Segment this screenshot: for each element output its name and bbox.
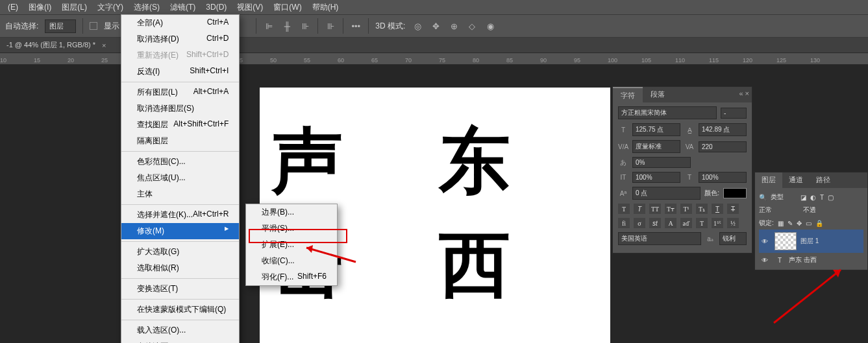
ot-half[interactable]: ½ xyxy=(727,218,739,228)
baseline-field[interactable]: 0 点 xyxy=(632,187,701,200)
3d-pan-icon[interactable]: ✥ xyxy=(430,20,441,32)
ot-1st[interactable]: 1ˢᵗ xyxy=(712,218,723,228)
menu-item[interactable]: 变换选区(T) xyxy=(121,281,239,297)
menu-item[interactable]: 存储选区(V)... xyxy=(121,338,239,343)
italic-button[interactable]: T xyxy=(634,204,645,214)
smallcaps-button[interactable]: Tᴛ xyxy=(665,204,676,214)
hscale-field[interactable]: 100% xyxy=(699,172,747,183)
menu-item[interactable]: 取消选择(D)Ctrl+D xyxy=(121,31,239,47)
allcaps-button[interactable]: TT xyxy=(649,204,661,214)
3d-orbit-icon[interactable]: ◎ xyxy=(412,20,423,32)
ot-A[interactable]: A xyxy=(665,218,676,228)
antialias-field[interactable]: 锐利 xyxy=(719,232,747,245)
tracking-field[interactable]: 220 xyxy=(699,141,747,152)
tab-channels[interactable]: 通道 xyxy=(782,172,810,188)
layer-row[interactable]: 👁 图层 1 xyxy=(759,230,863,253)
tab-paths[interactable]: 路径 xyxy=(810,172,837,188)
filter-text-icon[interactable]: T xyxy=(820,194,824,201)
menu-item[interactable]: 平滑(S)... xyxy=(246,220,337,237)
menu-item[interactable]: 焦点区域(U)... xyxy=(121,170,239,186)
menu-item[interactable]: 边界(B)... xyxy=(246,204,337,220)
menu-item[interactable]: 重新选择(E)Shift+Ctrl+D xyxy=(121,47,239,64)
scale-field[interactable]: 0% xyxy=(632,157,691,168)
lock-artboard-icon[interactable]: ▭ xyxy=(806,220,812,227)
align-icon[interactable]: ╫ xyxy=(281,20,293,32)
lock-trans-icon[interactable]: ▦ xyxy=(778,220,784,227)
distribute-icon[interactable]: ⊪ xyxy=(325,20,336,32)
menu-item[interactable]: 反选(I)Shift+Ctrl+I xyxy=(121,64,239,80)
align-icon[interactable]: ⊫ xyxy=(263,20,275,32)
font-family-field[interactable]: 方正粗黑宋简体 xyxy=(618,106,717,119)
menu-view[interactable]: 视图(V) xyxy=(232,0,268,15)
tab-layers[interactable]: 图层 xyxy=(755,172,782,188)
ot-ad[interactable]: aď xyxy=(680,218,692,228)
vscale-field[interactable]: 100% xyxy=(632,172,680,183)
menu-item[interactable]: 色彩范围(C)... xyxy=(121,154,239,170)
menu-filter[interactable]: 滤镜(T) xyxy=(165,0,201,15)
menu-item[interactable]: 在快速蒙版模式下编辑(Q) xyxy=(121,302,239,318)
lock-pos-icon[interactable]: ✥ xyxy=(797,220,802,227)
tab-character[interactable]: 字符 xyxy=(613,87,643,102)
lock-all-icon[interactable]: 🔒 xyxy=(815,220,823,227)
lock-paint-icon[interactable]: ✎ xyxy=(787,220,793,227)
menu-edit[interactable]: (E) xyxy=(3,1,23,14)
filter-adj-icon[interactable]: ◐ xyxy=(810,194,816,201)
layer-row[interactable]: 👁 T 声东 击西 xyxy=(759,253,863,267)
subscript-button[interactable]: T₁ xyxy=(696,204,708,214)
menu-help[interactable]: 帮助(H) xyxy=(307,0,344,15)
menu-item[interactable]: 收缩(C)... xyxy=(246,253,337,269)
ot-sigma[interactable]: σ xyxy=(634,218,645,228)
show-transform-checkbox[interactable] xyxy=(90,22,97,30)
ot-fi[interactable]: fi xyxy=(618,218,630,228)
ot-T[interactable]: T xyxy=(696,218,708,228)
menu-item[interactable]: 选取相似(R) xyxy=(121,260,239,276)
blend-mode-combo[interactable]: 正常 xyxy=(759,206,799,215)
text-color-swatch[interactable] xyxy=(723,188,747,198)
underline-button[interactable]: T xyxy=(712,204,723,214)
more-icon[interactable]: ••• xyxy=(350,20,362,32)
menu-item[interactable]: 扩展(E)... xyxy=(246,237,337,253)
aa-icon: aₐ xyxy=(705,235,715,242)
3d-light-icon[interactable]: ◉ xyxy=(484,20,496,32)
menu-image[interactable]: 图像(I) xyxy=(23,0,56,15)
menu-window[interactable]: 窗口(W) xyxy=(268,0,306,15)
language-field[interactable]: 美国英语 xyxy=(618,232,701,245)
menu-item[interactable]: 查找图层Alt+Shift+Ctrl+F xyxy=(121,117,239,133)
3d-move-icon[interactable]: ⊕ xyxy=(448,20,460,32)
font-style-field[interactable]: - xyxy=(721,108,747,119)
ot-st[interactable]: st xyxy=(649,218,661,228)
menu-layer[interactable]: 图层(L) xyxy=(56,0,92,15)
font-size-field[interactable]: 125.75 点 xyxy=(632,123,680,136)
document-title: -1 @ 44% (图层 1, RGB/8) * xyxy=(6,40,95,50)
menu-item[interactable]: 主体 xyxy=(121,186,239,202)
menu-item[interactable]: 取消选择图层(S) xyxy=(121,101,239,117)
visibility-icon[interactable]: 👁 xyxy=(762,238,771,245)
superscript-button[interactable]: T¹ xyxy=(680,204,692,214)
menu-item[interactable]: 修改(M) xyxy=(121,223,239,239)
layer-thumbnail[interactable] xyxy=(775,232,797,250)
align-icon[interactable]: ⊪ xyxy=(299,20,311,32)
menu-item[interactable]: 所有图层(L)Alt+Ctrl+A xyxy=(121,84,239,101)
panel-collapse-icon[interactable]: « × xyxy=(739,89,749,97)
close-icon[interactable]: × xyxy=(102,41,106,49)
filter-kind-combo[interactable]: 类型 xyxy=(771,193,797,202)
leading-field[interactable]: 142.89 点 xyxy=(699,123,747,136)
menu-item[interactable]: 载入选区(O)... xyxy=(121,322,239,338)
menu-item[interactable]: 羽化(F)...Shift+F6 xyxy=(246,269,337,285)
auto-select-combo[interactable]: 图层 xyxy=(45,19,76,33)
menu-item[interactable]: 隔离图层 xyxy=(121,133,239,149)
3d-scale-icon[interactable]: ◇ xyxy=(466,20,478,32)
bold-button[interactable]: T xyxy=(618,204,630,214)
visibility-icon[interactable]: 👁 xyxy=(762,257,771,264)
tab-paragraph[interactable]: 段落 xyxy=(643,87,673,102)
menu-item[interactable]: 全部(A)Ctrl+A xyxy=(121,15,239,31)
strike-button[interactable]: T xyxy=(727,204,739,214)
kerning-field[interactable]: 度量标准 xyxy=(632,140,680,153)
filter-pixel-icon[interactable]: ◪ xyxy=(800,194,806,201)
filter-shape-icon[interactable]: ▢ xyxy=(828,194,834,201)
menu-item[interactable]: 扩大选取(G) xyxy=(121,244,239,260)
menu-item[interactable]: 选择并遮住(K)...Alt+Ctrl+R xyxy=(121,207,239,223)
menu-type[interactable]: 文字(Y) xyxy=(92,0,129,15)
menu-select[interactable]: 选择(S) xyxy=(129,0,165,15)
menu-3d[interactable]: 3D(D) xyxy=(201,1,232,14)
